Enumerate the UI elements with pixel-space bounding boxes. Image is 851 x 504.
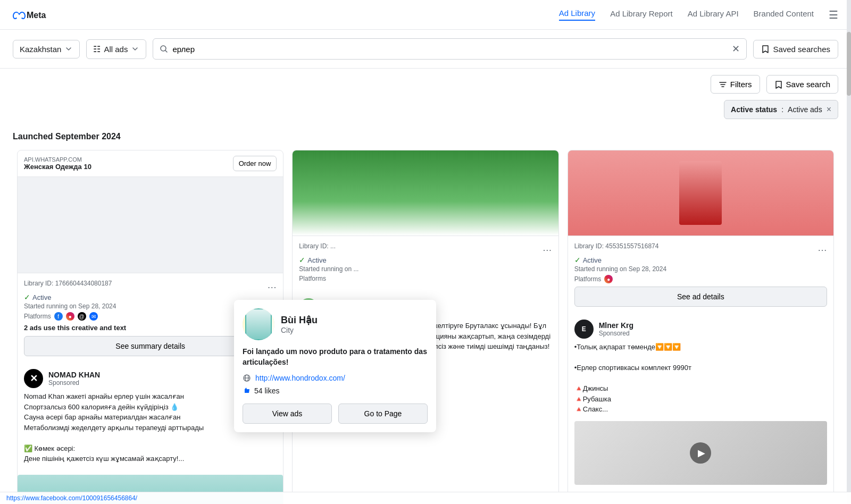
popup-card: Bùi Hậu City Foi lançado um novo produto… <box>234 300 436 432</box>
ad-type-select[interactable]: ☷ All ads <box>86 39 146 59</box>
card1-more-button[interactable]: … <box>267 280 277 291</box>
card2-status: Active <box>307 256 326 264</box>
card1-advertiser-avatar: ✕ <box>24 369 43 388</box>
popup-name-block: Bùi Hậu City <box>281 314 318 334</box>
card3-platform-ig: ● <box>604 275 613 283</box>
save-search-button[interactable]: Save search <box>766 75 838 94</box>
card3-video-preview: ▶ <box>574 421 827 485</box>
card3-info: Library ID: 455351557516874 … ✓ Active S… <box>568 236 833 313</box>
filters-row: Filters Save search <box>0 69 851 100</box>
filters-label: Filters <box>730 80 752 89</box>
card3-date: Started running on Sep 28, 2024 <box>574 265 827 273</box>
card1-advertiser-info: NOMAD KHAN Sponsored <box>48 371 100 387</box>
save-search-label: Save search <box>786 80 830 89</box>
nav-branded-content[interactable]: Branded Content <box>754 9 814 20</box>
navbar-links: Ad Library Ad Library Report Ad Library … <box>559 9 838 21</box>
thumbs-up-icon <box>243 387 251 395</box>
card2-date: Started running on ... <box>299 265 552 273</box>
card1-platform-thread: @ <box>78 312 86 321</box>
scrollbar-thumb[interactable] <box>847 32 851 96</box>
card3-more-button[interactable]: … <box>817 242 827 254</box>
filters-button[interactable]: Filters <box>711 75 760 94</box>
popup-link[interactable]: http://www.hondrodox.com/ <box>255 374 345 382</box>
filter-icon <box>719 80 727 89</box>
search-bar-row: Kazakhstan ☷ All ads ✕ Saved searches <box>0 30 851 69</box>
close-active-status-button[interactable]: × <box>827 105 831 114</box>
card3-see-ad-details-button[interactable]: See ad details <box>574 287 827 307</box>
card3-advertiser-avatar: E <box>574 320 594 339</box>
svg-line-2 <box>165 51 167 52</box>
search-input-wrapper: ✕ <box>153 38 747 60</box>
country-label: Kazakhstan <box>20 45 61 54</box>
card2-top-image <box>293 150 558 236</box>
card1-sponsored: Sponsored <box>48 379 100 387</box>
card1-order-button[interactable]: Order now <box>233 156 277 171</box>
card3-library-id: Library ID: 455351557516874 <box>574 242 659 250</box>
card1-site: API.WHATSAPP.COM Женская Одежда 10 <box>24 156 91 171</box>
ad-type-label: All ads <box>104 45 128 54</box>
popup-header: Bùi Hậu City <box>243 308 428 340</box>
popup-likes-row: 54 likes <box>243 387 428 395</box>
scrollbar[interactable] <box>847 0 851 504</box>
card2-info: Library ID: ... … ✓ Active Started runni… <box>293 236 558 292</box>
card1-library-id: Library ID: 1766604434080187 <box>24 280 112 287</box>
nav-ad-library-report[interactable]: Ad Library Report <box>610 9 673 20</box>
active-status-chip: Active status : Active ads × <box>724 100 838 119</box>
card2-status-dot: ✓ <box>299 256 305 264</box>
popup-link-row: http://www.hondrodox.com/ <box>243 374 428 382</box>
country-select[interactable]: Kazakhstan <box>13 40 80 58</box>
card1-site-sub: Женская Одежда 10 <box>24 163 91 171</box>
card3-image-placeholder <box>568 150 833 236</box>
card3-platforms-label: Platforms <box>574 275 602 283</box>
card2-library-id: Library ID: ... <box>299 242 336 250</box>
popup-avatar <box>243 308 274 340</box>
clear-search-button[interactable]: ✕ <box>732 43 740 55</box>
card3-advertiser-row: E Mlner Krg Sponsored <box>568 313 833 342</box>
card1-platforms-label: Platforms <box>24 313 51 320</box>
card3-top-image <box>568 150 833 236</box>
meta-logo: Meta <box>13 9 47 21</box>
saved-searches-button[interactable]: Saved searches <box>753 40 838 58</box>
popup-description: Foi lançado um novo produto para o trata… <box>243 347 428 367</box>
card3-platforms: Platforms ● <box>574 275 827 283</box>
card1-top-image <box>18 177 283 273</box>
navbar: Meta Ad Library Ad Library Report Ad Lib… <box>0 0 851 30</box>
card3-sponsored: Sponsored <box>599 330 633 337</box>
card3-advertiser-info: Mlner Krg Sponsored <box>599 321 633 337</box>
card2-green-image <box>293 150 558 236</box>
popup-likes: 54 likes <box>254 387 279 395</box>
card3-status: Active <box>583 256 602 264</box>
card3-status-dot: ✓ <box>574 256 581 264</box>
globe-icon <box>243 374 251 382</box>
nav-ad-library[interactable]: Ad Library <box>559 9 595 21</box>
popup-view-ads-button[interactable]: View ads <box>243 404 332 424</box>
bookmark-icon <box>761 45 770 53</box>
search-input[interactable] <box>172 45 728 54</box>
navbar-left: Meta <box>13 9 47 21</box>
ad-card-3: Library ID: 455351557516874 … ✓ Active S… <box>568 150 834 504</box>
nav-ad-library-api[interactable]: Ad Library API <box>688 9 739 20</box>
card2-more-button[interactable]: … <box>543 242 552 254</box>
svg-text:Meta: Meta <box>27 11 46 20</box>
active-status-value: Active ads <box>788 105 822 114</box>
card2-platforms: Platforms <box>299 275 552 282</box>
status-bar: https://www.facebook.com/100091656456864… <box>0 492 851 504</box>
card1-platform-fb: f <box>54 312 63 321</box>
card1-platform-ig: ● <box>66 312 74 321</box>
status-bar-url: https://www.facebook.com/100091656456864… <box>6 494 137 502</box>
popup-name: Bùi Hậu <box>281 314 318 326</box>
card1-status: Active <box>32 293 51 301</box>
hamburger-icon[interactable]: ☰ <box>829 9 838 21</box>
search-icon <box>160 45 168 53</box>
bookmark-save-icon <box>774 80 783 89</box>
card1-advertiser-name: NOMAD KHAN <box>48 371 100 379</box>
popup-go-to-page-button[interactable]: Go to Page <box>338 404 428 424</box>
active-status-row: Active status : Active ads × <box>0 100 851 125</box>
active-status-separator: : <box>781 105 783 114</box>
card1-status-dot: ✓ <box>24 293 30 301</box>
card1-site-url: API.WHATSAPP.COM <box>24 156 91 163</box>
card3-ad-body: •Толық ақпарат төменде🔽🔽🔽 •Ерлер спортив… <box>568 342 833 421</box>
card1-platform-messenger: ✉ <box>89 312 98 321</box>
active-status-label: Active status <box>731 105 777 114</box>
popup-actions: View ads Go to Page <box>243 404 428 424</box>
